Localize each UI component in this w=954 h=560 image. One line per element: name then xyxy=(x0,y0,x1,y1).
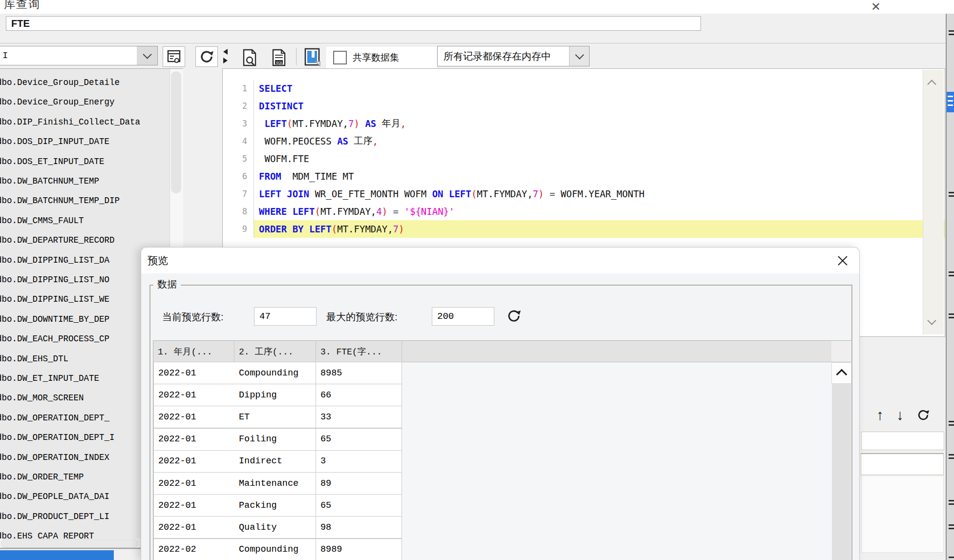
table-row[interactable]: 2022-01Maintenance89 xyxy=(153,472,402,494)
scroll-down-icon[interactable] xyxy=(927,316,936,325)
sql-code-text: FROM MDM_TIME MT xyxy=(254,167,945,185)
table-list-item[interactable]: dbo.Device_Group_Energy xyxy=(0,92,172,112)
table-list-item[interactable]: dbo.DW_BATCHNUM_TEMP_DIP xyxy=(0,191,172,210)
table-row[interactable]: 2022-01Indirect3 xyxy=(153,450,402,472)
splitter-collapse-left-icon[interactable] xyxy=(223,49,228,55)
cut-off-icon xyxy=(949,317,954,318)
parameter-input-1[interactable] xyxy=(861,432,944,450)
table-row[interactable]: 2022-01Compounding8985 xyxy=(153,362,402,384)
window-title: 库查询 xyxy=(4,0,41,12)
splitter-expand-right-icon[interactable] xyxy=(223,58,228,63)
sql-line[interactable]: 5 WOFM.FTE xyxy=(223,150,945,167)
window-close-icon[interactable]: ✕ xyxy=(868,0,884,14)
line-number: 5 xyxy=(223,154,254,164)
line-number: 3 xyxy=(223,119,254,128)
table-row[interactable]: 2022-01Quality98 xyxy=(153,516,402,538)
selection-bar xyxy=(0,550,114,560)
cache-mode-select[interactable]: 所有记录都保存在内存中 xyxy=(437,46,590,66)
connection-dropdown-button[interactable] xyxy=(137,46,158,65)
table-cell: 65 xyxy=(316,428,402,451)
table-list-horizontal-scrollbar-thumb[interactable] xyxy=(1,539,138,548)
table-cell: Foiling xyxy=(234,428,316,451)
sql-line[interactable]: 7LEFT JOIN WR_OE_FTE_MONTH WOFM ON LEFT(… xyxy=(223,185,945,203)
sql-line[interactable]: 1SELECT xyxy=(223,80,945,97)
preview-doc-icon xyxy=(242,49,257,66)
sql-line[interactable]: 3 LEFT(MT.FYMDAY,7) AS 年月, xyxy=(223,115,945,132)
sql-doc-icon: SQL xyxy=(271,49,287,66)
table-cell: Quality xyxy=(234,516,316,539)
search-input[interactable]: FTE xyxy=(6,16,701,31)
sql-line[interactable]: 9ORDER BY LEFT(MT.FYMDAY,7) xyxy=(223,220,945,238)
scroll-up-icon[interactable] xyxy=(927,80,936,88)
preview-column-header[interactable]: 1. 年月(... xyxy=(153,341,234,362)
format-doc-icon xyxy=(304,48,321,67)
table-list-item[interactable]: dbo.DW_BATCHNUM_TEMP xyxy=(0,171,172,191)
table-cell: 2022-01 xyxy=(153,516,235,539)
preview-column-header[interactable]: 2. 工序(... xyxy=(234,341,316,362)
table-row[interactable]: 2022-01Dipping66 xyxy=(153,384,402,406)
table-row[interactable]: 2022-02Compounding8989 xyxy=(153,539,402,560)
cut-off-icon xyxy=(949,457,954,459)
sql-code-text: WOFM.FTE xyxy=(254,150,945,167)
table-cell: 2022-01 xyxy=(153,362,235,384)
table-row[interactable]: 2022-01ET33 xyxy=(153,406,402,428)
sql-doc-button[interactable]: SQL xyxy=(271,49,287,66)
cut-off-icon xyxy=(949,500,954,501)
table-row[interactable]: 2022-01Foiling65 xyxy=(153,428,402,450)
cut-off-icon xyxy=(949,313,954,315)
preview-refresh-button[interactable] xyxy=(506,308,522,324)
parameter-input-2[interactable] xyxy=(861,453,944,475)
preview-dialog-close-icon[interactable] xyxy=(834,252,851,269)
move-down-icon[interactable]: ↓ xyxy=(896,407,904,423)
sql-code-text: ORDER BY LEFT(MT.FYMDAY,7) xyxy=(254,220,945,238)
cut-off-icon xyxy=(949,424,954,426)
current-rows-input[interactable]: 47 xyxy=(254,307,317,326)
refresh-icon[interactable] xyxy=(916,408,930,422)
format-sql-button[interactable] xyxy=(304,48,321,67)
cut-off-icon xyxy=(949,271,954,273)
preview-column-header[interactable]: 3. FTE(字... xyxy=(316,341,402,362)
table-list-item[interactable]: dbo.DIP_Finishi_Collect_Data xyxy=(0,112,172,132)
window-titlebar xyxy=(0,0,954,14)
sql-line[interactable]: 6FROM MDM_TIME MT xyxy=(223,167,945,185)
table-cell: 8985 xyxy=(316,362,402,384)
connection-select[interactable]: I xyxy=(0,46,144,65)
editor-vertical-scrollbar[interactable] xyxy=(923,70,944,334)
table-list-vertical-scrollbar-thumb[interactable] xyxy=(171,71,181,193)
share-dataset-label: 共享数据集 xyxy=(353,51,399,64)
table-list-item[interactable]: dbo.DOS_ET_INPUT_DATE xyxy=(0,152,172,171)
refresh-tables-button[interactable] xyxy=(195,46,218,67)
table-cell: 2022-01 xyxy=(153,450,235,473)
cache-mode-value: 所有记录都保存在内存中 xyxy=(438,50,569,63)
edit-query-button[interactable] xyxy=(163,46,185,67)
header-filler xyxy=(831,341,851,362)
table-row[interactable]: 2022-01Packing65 xyxy=(153,494,402,516)
max-rows-input[interactable]: 200 xyxy=(432,307,494,326)
refresh-icon xyxy=(506,308,522,324)
table-cell: Dipping xyxy=(234,384,316,406)
table-cell: 2022-01 xyxy=(153,428,235,451)
sql-line[interactable]: 8WHERE LEFT(MT.FYMDAY,4) = '${NIAN}' xyxy=(223,203,945,220)
sql-code-text: LEFT JOIN WR_OE_FTE_MONTH WOFM ON LEFT(M… xyxy=(254,185,945,203)
table-list-item[interactable]: dbo.Device_Group_Detaile xyxy=(0,73,172,92)
cache-mode-dropdown-button[interactable] xyxy=(569,46,589,66)
data-groupbox-border xyxy=(149,285,852,286)
preview-vertical-scrollbar-thumb[interactable] xyxy=(832,384,851,560)
preview-scroll-up-button[interactable] xyxy=(831,362,852,384)
table-list-item[interactable]: dbo.DOS_DIP_INPUT_DATE xyxy=(0,132,172,151)
share-dataset-checkbox[interactable] xyxy=(333,51,347,64)
table-cell: ET xyxy=(234,406,316,428)
move-up-icon[interactable]: ↑ xyxy=(876,407,884,423)
table-cell: Compounding xyxy=(234,362,316,384)
table-cell: Indirect xyxy=(234,450,316,473)
table-list-item[interactable]: dbo.DW_CMMS_FAULT xyxy=(0,211,172,230)
sql-line[interactable]: 2DISTINCT xyxy=(223,97,945,115)
data-groupbox-border xyxy=(149,285,150,560)
sql-line[interactable]: 4 WOFM.PEOCESS AS 工序, xyxy=(223,132,945,150)
parameter-toolbar: ↑ ↓ xyxy=(862,406,944,424)
template-tab-icon[interactable] xyxy=(947,92,954,112)
cut-off-icon xyxy=(949,421,954,422)
scroll-up-icon xyxy=(836,369,848,380)
preview-dialog-titlebar xyxy=(141,248,859,273)
preview-sql-button[interactable] xyxy=(242,49,257,66)
